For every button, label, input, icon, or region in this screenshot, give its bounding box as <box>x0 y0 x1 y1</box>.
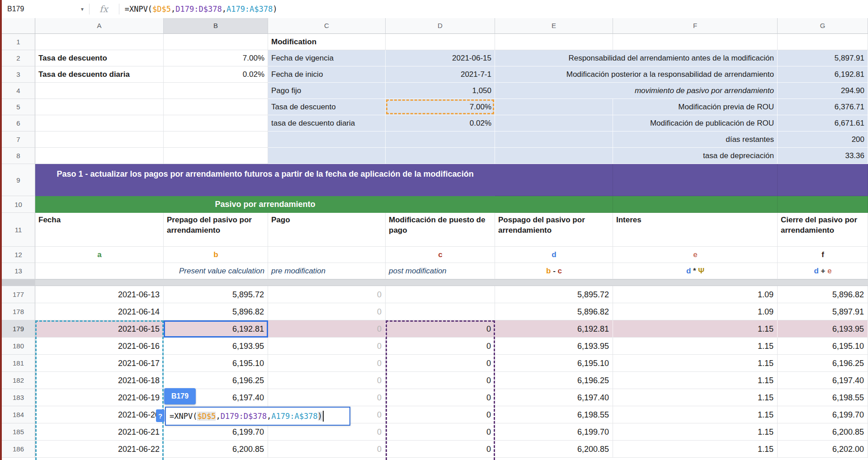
cell-F183[interactable]: 1.15 <box>613 389 778 406</box>
cell-A182[interactable]: 2021-06-18 <box>35 372 164 389</box>
cell-F186[interactable]: 1.15 <box>613 441 778 458</box>
cell-D180[interactable]: 0 <box>386 338 495 355</box>
row-header-7[interactable]: 7 <box>2 131 35 148</box>
row-header-177[interactable]: 177 <box>2 286 35 303</box>
cell-F180[interactable]: 1.15 <box>613 338 778 355</box>
cell-A181[interactable]: 2021-06-17 <box>35 355 164 372</box>
cell-F185[interactable]: 1.15 <box>613 423 778 441</box>
row-header-12[interactable]: 12 <box>2 247 35 263</box>
cell-F178[interactable]: 1.09 <box>613 303 778 320</box>
cell-B186[interactable]: 6,200.85 <box>164 441 268 458</box>
cell-F177[interactable]: 1.09 <box>613 286 778 303</box>
row-header-9[interactable]: 9 <box>2 164 35 196</box>
cell-G182[interactable]: 6,197.40 <box>778 372 868 389</box>
cell-E5[interactable] <box>495 99 613 115</box>
cell-B180[interactable]: 6,193.95 <box>164 338 268 355</box>
cell-D7[interactable] <box>386 131 495 148</box>
cell-B7[interactable] <box>164 131 268 148</box>
cell-C185[interactable]: 0 <box>268 423 386 441</box>
cell-B178[interactable]: 5,896.82 <box>164 303 268 320</box>
cell-F10[interactable] <box>613 196 778 213</box>
cell-D186[interactable]: 0 <box>386 441 495 458</box>
cell-C182[interactable]: 0 <box>268 372 386 389</box>
cell-C181[interactable]: 0 <box>268 355 386 372</box>
cell-E185[interactable]: 6,199.70 <box>495 423 613 441</box>
row-header-179[interactable]: 179 <box>2 320 35 338</box>
cell-D8[interactable] <box>386 148 495 164</box>
cell-E184[interactable]: 6,198.55 <box>495 406 613 423</box>
cell-E7[interactable] <box>495 131 613 148</box>
cell-A5[interactable] <box>35 99 164 115</box>
formula-input[interactable]: =XNPV($D$5,D179:D$378,A179:A$378) <box>119 5 278 14</box>
cell-A185[interactable]: 2021-06-21 <box>35 423 164 441</box>
row-header-2[interactable]: 2 <box>2 50 35 66</box>
cell-A186[interactable]: 2021-06-22 <box>35 441 164 458</box>
col-header-G[interactable]: G <box>778 18 868 34</box>
cell-G179[interactable]: 6,193.95 <box>778 320 868 338</box>
cell-A179[interactable]: 2021-06-15 <box>35 320 164 338</box>
cell-B5[interactable] <box>164 99 268 115</box>
row-header-178[interactable]: 178 <box>2 303 35 320</box>
row-header-4[interactable]: 4 <box>2 83 35 99</box>
cell-E179[interactable]: 6,192.81 <box>495 320 613 338</box>
cell-D179[interactable]: 0 <box>386 320 495 338</box>
cell-E183[interactable]: 6,197.40 <box>495 389 613 406</box>
cell-C178[interactable]: 0 <box>268 303 386 320</box>
select-all-corner[interactable] <box>2 18 35 34</box>
cell-C180[interactable]: 0 <box>268 338 386 355</box>
cell-E186[interactable]: 6,200.85 <box>495 441 613 458</box>
cell-D177[interactable] <box>386 286 495 303</box>
col-header-B[interactable]: B <box>164 18 268 34</box>
cell-E182[interactable]: 6,196.25 <box>495 372 613 389</box>
row-header-6[interactable]: 6 <box>2 115 35 131</box>
row-header-183[interactable]: 183 <box>2 389 35 406</box>
cell-G185[interactable]: 6,200.85 <box>778 423 868 441</box>
cell-A8[interactable] <box>35 148 164 164</box>
cell-D184[interactable]: 0 <box>386 406 495 423</box>
cell-F181[interactable]: 1.15 <box>613 355 778 372</box>
cell-E181[interactable]: 6,195.10 <box>495 355 613 372</box>
cell-A184[interactable]: 2021-06-20 <box>35 406 164 423</box>
row-header-1[interactable]: 1 <box>2 34 35 50</box>
cell-E10[interactable] <box>495 196 613 213</box>
row-header-184[interactable]: 184 <box>2 406 35 423</box>
cell-G9[interactable] <box>778 164 868 196</box>
cell-B6[interactable] <box>164 115 268 131</box>
cell-D185[interactable]: 0 <box>386 423 495 441</box>
row-header-181[interactable]: 181 <box>2 355 35 372</box>
cell-A13[interactable] <box>35 263 164 279</box>
cell-F184[interactable]: 1.15 <box>613 406 778 423</box>
cell-G181[interactable]: 6,196.25 <box>778 355 868 372</box>
cell-B177[interactable]: 5,895.72 <box>164 286 268 303</box>
cell-G180[interactable]: 6,195.10 <box>778 338 868 355</box>
cell-E177[interactable]: 5,895.72 <box>495 286 613 303</box>
name-box[interactable]: B179 ▼ <box>0 5 89 13</box>
cell-A177[interactable]: 2021-06-13 <box>35 286 164 303</box>
cell-A4[interactable] <box>35 83 164 99</box>
row-header-11[interactable]: 11 <box>2 213 35 247</box>
cell-A180[interactable]: 2021-06-16 <box>35 338 164 355</box>
col-header-A[interactable]: A <box>35 18 164 34</box>
cell-C179[interactable]: 0 <box>268 320 386 338</box>
cell-D183[interactable]: 0 <box>386 389 495 406</box>
cell-C8[interactable] <box>268 148 386 164</box>
cell-C186[interactable]: 0 <box>268 441 386 458</box>
row-header-185[interactable]: 185 <box>2 423 35 441</box>
cell-A1[interactable] <box>35 34 164 50</box>
row-header-182[interactable]: 182 <box>2 372 35 389</box>
col-header-C[interactable]: C <box>268 18 386 34</box>
cell-E6[interactable] <box>495 115 613 131</box>
name-box-dropdown-icon[interactable]: ▼ <box>80 7 85 12</box>
col-header-F[interactable]: F <box>613 18 778 34</box>
cell-F9[interactable] <box>613 164 778 196</box>
row-header-186[interactable]: 186 <box>2 441 35 458</box>
cell-B4[interactable] <box>164 83 268 99</box>
help-icon[interactable]: ? <box>156 409 165 422</box>
cell-G1[interactable] <box>778 34 868 50</box>
cell-E1[interactable] <box>495 34 613 50</box>
cell-B1[interactable] <box>164 34 268 50</box>
row-header-13[interactable]: 13 <box>2 263 35 279</box>
cell-A7[interactable] <box>35 131 164 148</box>
cell-C12[interactable] <box>268 247 386 263</box>
cell-C183[interactable]: 0 <box>268 389 386 406</box>
